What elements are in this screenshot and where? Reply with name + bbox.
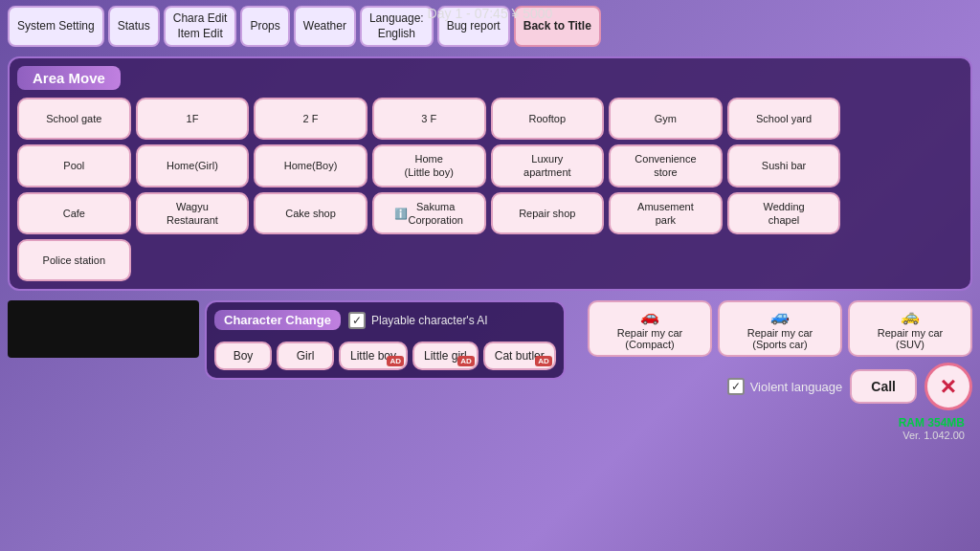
location-wagyu-restaurant[interactable]: WagyuRestaurant (136, 192, 250, 235)
location-home-little-boy[interactable]: Home(Little boy) (372, 144, 486, 187)
location-amusement-park[interactable]: Amusementpark (609, 192, 723, 235)
compact-car-icon: 🚗 (597, 307, 702, 325)
location-1f[interactable]: 1F (136, 98, 250, 140)
repair-compact-button[interactable]: 🚗 Repair my car(Compact) (588, 300, 712, 357)
chara-edit-button[interactable]: Chara EditItem Edit (164, 6, 237, 47)
location-luxury-apartment[interactable]: Luxuryapartment (491, 144, 605, 187)
location-police-station[interactable]: Police station (17, 239, 131, 281)
ai-label: Playable character's AI (371, 314, 488, 327)
location-home-boy[interactable]: Home(Boy) (254, 144, 368, 187)
version-label: Ver. 1.042.00 (571, 430, 965, 441)
area-move-panel: Area Move School gate 1F 2 F 3 F Rooftop… (8, 56, 972, 291)
lock-badge-little-boy: AD (387, 356, 404, 366)
location-sakuma-corporation[interactable]: SakumaCorporation (372, 192, 486, 235)
ram-label: RAM 354MB (571, 416, 965, 430)
violent-language-checkbox[interactable]: ✓ (727, 378, 745, 395)
sports-car-icon: 🚙 (727, 307, 833, 325)
props-button[interactable]: Props (240, 6, 289, 47)
right-panel: 🚗 Repair my car(Compact) 🚙 Repair my car… (571, 300, 972, 441)
suv-icon: 🚕 (858, 307, 963, 325)
location-wedding-chapel[interactable]: Weddingchapel (727, 192, 841, 235)
char-girl-button[interactable]: Girl (277, 342, 334, 370)
location-2f[interactable]: 2 F (254, 98, 368, 140)
location-school-gate[interactable]: School gate (17, 98, 131, 140)
location-school-yard[interactable]: School yard (727, 98, 841, 140)
character-change-title: Character Change (214, 310, 341, 330)
violent-language-label: Violent language (750, 380, 843, 394)
ai-checkbox[interactable]: ✓ (348, 312, 366, 329)
language-button[interactable]: Language:English (360, 6, 434, 47)
repair-sports-button[interactable]: 🚙 Repair my car(Sports car) (718, 300, 842, 357)
bottom-left: Character Change ✓ Playable character's … (8, 300, 566, 380)
call-button[interactable]: Call (850, 369, 917, 404)
location-convenience-store[interactable]: Conveniencestore (609, 144, 723, 187)
top-bar: Day 1 - 07:45 ¥ 5000 System Setting Stat… (0, 0, 980, 53)
char-cat-butler-button[interactable]: Cat butler AD (483, 342, 556, 370)
location-gym[interactable]: Gym (609, 98, 723, 140)
character-buttons: Boy Girl Little boy AD Little girl AD Ca… (214, 342, 556, 370)
game-view (8, 300, 199, 358)
area-grid: School gate 1F 2 F 3 F Rooftop Gym Schoo… (17, 98, 963, 281)
day-info: Day 1 - 07:45 ¥ 5000 (428, 6, 553, 21)
close-button[interactable]: × (924, 363, 972, 410)
system-setting-button[interactable]: System Setting (8, 6, 104, 47)
sys-info: RAM 354MB Ver. 1.042.00 (571, 416, 972, 441)
location-cake-shop[interactable]: Cake shop (254, 192, 368, 235)
char-boy-button[interactable]: Boy (214, 342, 272, 370)
lock-badge-little-girl: AD (457, 356, 475, 366)
location-cafe[interactable]: Cafe (17, 192, 131, 235)
bottom-panel: Character Change ✓ Playable character's … (0, 295, 980, 447)
location-repair-shop[interactable]: Repair shop (491, 192, 605, 235)
violent-row: ✓ Violent language Call × (571, 363, 972, 410)
char-little-girl-button[interactable]: Little girl AD (412, 342, 479, 370)
violent-check-row: ✓ Violent language (727, 378, 843, 395)
repair-suv-button[interactable]: 🚕 Repair my car(SUV) (848, 300, 972, 357)
repair-row: 🚗 Repair my car(Compact) 🚙 Repair my car… (571, 300, 972, 357)
location-pool[interactable]: Pool (17, 144, 131, 187)
lock-badge-cat-butler: AD (535, 356, 552, 366)
ai-row: ✓ Playable character's AI (348, 312, 488, 329)
weather-button[interactable]: Weather (294, 6, 356, 47)
location-3f[interactable]: 3 F (372, 98, 486, 140)
location-rooftop[interactable]: Rooftop (491, 98, 605, 140)
char-little-boy-button[interactable]: Little boy AD (339, 342, 408, 370)
location-sushi-bar[interactable]: Sushi bar (727, 144, 841, 187)
area-move-title: Area Move (17, 66, 121, 90)
location-home-girl[interactable]: Home(Girl) (136, 144, 250, 187)
status-button[interactable]: Status (108, 6, 160, 47)
character-change-panel: Character Change ✓ Playable character's … (205, 300, 566, 380)
